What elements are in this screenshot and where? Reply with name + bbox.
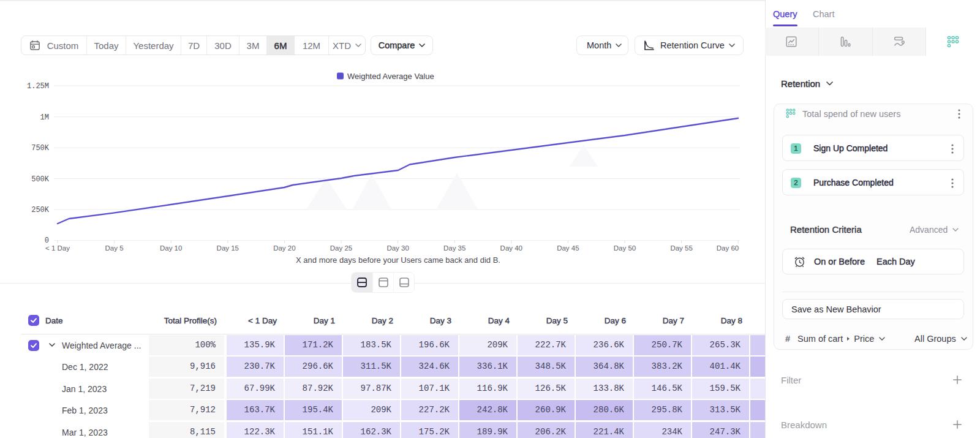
- svg-text:Day 45: Day 45: [557, 244, 579, 252]
- svg-text:Day 25: Day 25: [330, 244, 352, 252]
- svg-text:Day 5: Day 5: [105, 244, 124, 252]
- svg-text:X and more days before your Us: X and more days before your Users came b…: [296, 255, 500, 265]
- svg-text:Day 35: Day 35: [443, 244, 466, 252]
- svg-text:Day 40: Day 40: [500, 244, 522, 252]
- svg-text:750K: 750K: [31, 144, 50, 153]
- svg-text:Day 60: Day 60: [717, 244, 739, 252]
- svg-text:1M: 1M: [40, 113, 49, 122]
- svg-text:Day 50: Day 50: [614, 244, 636, 252]
- svg-text:1.25M: 1.25M: [27, 82, 49, 91]
- svg-text:250K: 250K: [31, 206, 50, 214]
- svg-text:Day 10: Day 10: [160, 244, 182, 252]
- svg-text:Day 55: Day 55: [670, 244, 692, 252]
- svg-text:Day 30: Day 30: [386, 244, 409, 252]
- svg-text:500K: 500K: [31, 175, 50, 184]
- svg-text:Weighted Average Value: Weighted Average Value: [347, 72, 434, 81]
- svg-text:< 1 Day: < 1 Day: [45, 244, 70, 252]
- svg-text:Day 20: Day 20: [273, 244, 295, 252]
- svg-text:Day 15: Day 15: [217, 244, 239, 252]
